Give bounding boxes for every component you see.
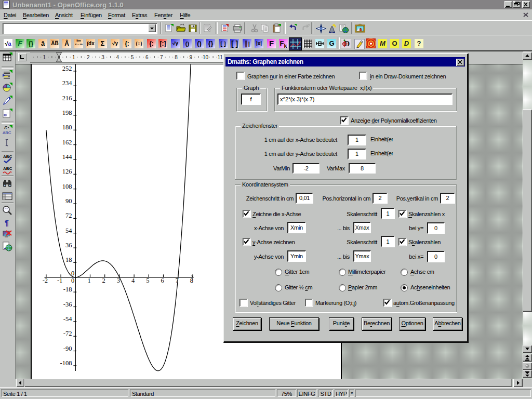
svg-text:-18: -18	[63, 286, 72, 293]
svg-text:72: 72	[65, 212, 72, 219]
svg-text:ABC: ABC	[3, 130, 11, 135]
svg-text:¶: ¶	[5, 219, 9, 227]
svg-text:-1: -1	[57, 277, 62, 284]
svg-text:-90: -90	[63, 345, 72, 352]
svg-text:4: 4	[131, 277, 135, 284]
svg-text:5: 5	[131, 55, 134, 60]
svg-text:ABC: ABC	[3, 166, 12, 171]
svg-text:90: 90	[65, 197, 72, 205]
svg-text:36: 36	[65, 242, 72, 249]
svg-text:198: 198	[62, 109, 72, 116]
svg-text:1: 1	[72, 55, 75, 60]
svg-text:234: 234	[62, 79, 73, 87]
svg-text:0: 0	[71, 277, 74, 284]
svg-text:3: 3	[101, 55, 104, 60]
svg-text:-54: -54	[63, 315, 72, 323]
svg-text:-72: -72	[63, 330, 72, 337]
svg-text:-36: -36	[63, 301, 72, 308]
svg-text:11: 11	[218, 55, 223, 60]
svg-text:1: 1	[43, 55, 46, 60]
svg-text:126: 126	[62, 168, 72, 175]
svg-text:252: 252	[62, 65, 72, 72]
svg-text:1: 1	[87, 277, 90, 284]
svg-text:5: 5	[146, 277, 149, 284]
svg-text:9: 9	[190, 55, 193, 60]
svg-text:54: 54	[65, 227, 72, 234]
svg-text:7: 7	[160, 55, 163, 60]
svg-text:180: 180	[62, 124, 72, 131]
svg-text:-108: -108	[60, 360, 72, 367]
svg-text:-2: -2	[43, 277, 48, 284]
svg-text:162: 162	[62, 139, 72, 146]
svg-text:2: 2	[102, 277, 105, 284]
svg-text:8: 8	[190, 277, 193, 284]
svg-text:6: 6	[161, 277, 164, 284]
svg-text:18: 18	[65, 256, 72, 263]
svg-text:8: 8	[175, 55, 178, 60]
svg-text:10: 10	[203, 55, 209, 60]
svg-text:ABC: ABC	[3, 154, 12, 159]
svg-text:2: 2	[87, 55, 90, 60]
svg-text:6: 6	[145, 55, 149, 60]
svg-text:4: 4	[116, 55, 119, 60]
svg-text:144: 144	[62, 153, 73, 161]
svg-text:216: 216	[62, 95, 72, 102]
svg-text:108: 108	[62, 183, 72, 190]
